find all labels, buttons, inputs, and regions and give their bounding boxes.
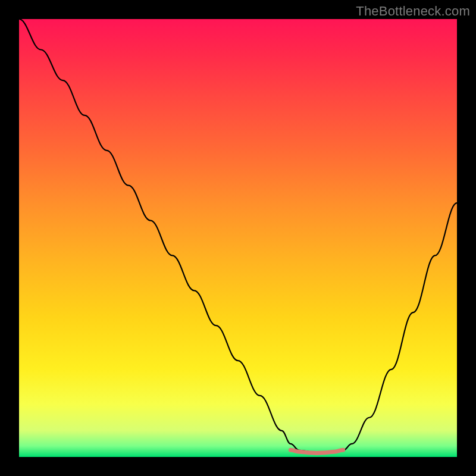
curve-svg [19,19,457,457]
watermark-text: TheBottleneck.com [356,4,470,19]
chart-frame: TheBottleneck.com [0,0,476,476]
plot-area [19,19,457,457]
bottleneck-curve [19,19,457,453]
sweet-spot-segment [290,450,343,453]
